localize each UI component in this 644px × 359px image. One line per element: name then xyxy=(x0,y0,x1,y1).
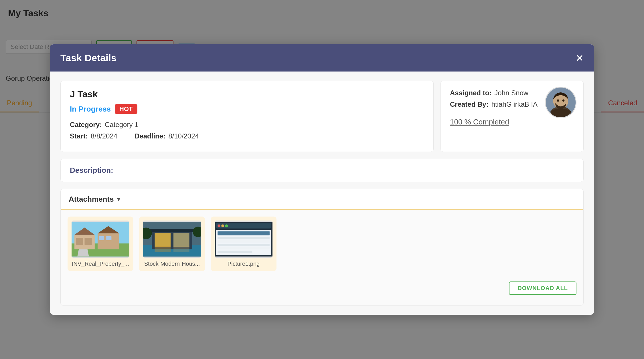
attachments-header[interactable]: Attachments ▾ xyxy=(61,189,583,210)
assigned-to-value: John Snow xyxy=(494,89,528,97)
download-all-button[interactable]: DOWNLOAD ALL xyxy=(509,281,576,295)
modal-top-row: J Task In Progress HOT Category: Categor… xyxy=(60,81,584,152)
modal-body: J Task In Progress HOT Category: Categor… xyxy=(50,72,594,315)
assignee-panel: Assigned to: John Snow Created By: htiah… xyxy=(440,81,584,152)
description-panel: Description: xyxy=(60,159,584,182)
start-value: 8/8/2024 xyxy=(91,132,117,140)
svg-point-29 xyxy=(221,224,224,227)
created-by-row: Created By: htiahG irkaB IA xyxy=(450,100,538,108)
attachment-name-3: Picture1.png xyxy=(215,261,272,267)
attachment-item[interactable]: INV_Real_Property_... xyxy=(68,217,133,271)
created-by-label: Created By: xyxy=(450,100,489,108)
attachment-thumb-3 xyxy=(215,221,272,258)
task-name: J Task xyxy=(70,89,424,100)
modal-overlay: Task Details ✕ J Task In Progress HOT Ca… xyxy=(0,0,644,359)
svg-point-28 xyxy=(218,224,220,227)
svg-point-30 xyxy=(225,224,228,227)
attachment-name-1: INV_Real_Property_... xyxy=(72,261,129,267)
attachments-grid: INV_Real_Property_... xyxy=(68,217,576,271)
deadline-label: Deadline: xyxy=(135,132,165,140)
svg-rect-27 xyxy=(216,223,271,228)
task-info-panel: J Task In Progress HOT Category: Categor… xyxy=(60,81,434,152)
svg-rect-12 xyxy=(84,238,92,245)
svg-rect-14 xyxy=(106,236,111,240)
svg-rect-35 xyxy=(218,244,270,246)
svg-rect-23 xyxy=(173,246,189,252)
created-by-value: htiahG irkaB IA xyxy=(491,100,538,108)
task-details-modal: Task Details ✕ J Task In Progress HOT Ca… xyxy=(50,44,594,315)
assigned-to-label: Assigned to: xyxy=(450,89,491,97)
svg-rect-37 xyxy=(218,251,252,253)
attachment-item[interactable]: Picture1.png xyxy=(211,217,276,271)
svg-rect-9 xyxy=(98,233,119,249)
modal-title: Task Details xyxy=(60,52,116,64)
svg-rect-11 xyxy=(76,238,83,245)
svg-rect-22 xyxy=(155,246,171,252)
attachment-name-2: Stock-Modern-Hous... xyxy=(143,261,201,267)
svg-marker-15 xyxy=(77,249,89,256)
deadline-value: 8/10/2024 xyxy=(168,132,199,140)
start-row: Start: 8/8/2024 xyxy=(70,132,117,140)
svg-point-3 xyxy=(557,100,559,102)
svg-rect-32 xyxy=(218,231,270,235)
svg-rect-36 xyxy=(218,247,270,249)
chevron-down-icon: ▾ xyxy=(117,196,120,203)
svg-rect-13 xyxy=(99,236,104,240)
category-label: Category: xyxy=(70,121,102,129)
download-all-row: DOWNLOAD ALL xyxy=(68,278,576,298)
attachment-thumb-1 xyxy=(72,221,129,258)
svg-rect-19 xyxy=(155,233,171,247)
description-label: Description: xyxy=(70,166,113,174)
category-row: Category: Category 1 xyxy=(70,121,424,129)
modal-close-button[interactable]: ✕ xyxy=(576,53,584,63)
attachment-item[interactable]: Stock-Modern-Hous... xyxy=(139,217,205,271)
assigned-to-row: Assigned to: John Snow xyxy=(450,89,528,97)
attachments-panel: Attachments ▾ xyxy=(60,189,584,306)
status-in-progress: In Progress xyxy=(70,105,111,114)
modal-header: Task Details ✕ xyxy=(50,44,594,72)
completion-link[interactable]: 100 % Completed xyxy=(450,118,509,126)
avatar xyxy=(545,87,576,118)
dates-row: Start: 8/8/2024 Deadline: 8/10/2024 xyxy=(70,132,424,144)
attachments-body: INV_Real_Property_... xyxy=(61,210,583,305)
attachments-title: Attachments xyxy=(69,195,114,204)
start-label: Start: xyxy=(70,132,88,140)
svg-rect-33 xyxy=(218,237,270,239)
task-status-row: In Progress HOT xyxy=(70,104,424,114)
svg-rect-21 xyxy=(149,229,195,232)
hot-badge: HOT xyxy=(115,104,137,114)
svg-rect-34 xyxy=(218,240,270,243)
category-value: Category 1 xyxy=(105,121,138,129)
svg-rect-20 xyxy=(173,233,189,247)
attachment-thumb-2 xyxy=(143,221,201,258)
deadline-row: Deadline: 8/10/2024 xyxy=(135,132,199,140)
svg-point-4 xyxy=(562,100,565,102)
